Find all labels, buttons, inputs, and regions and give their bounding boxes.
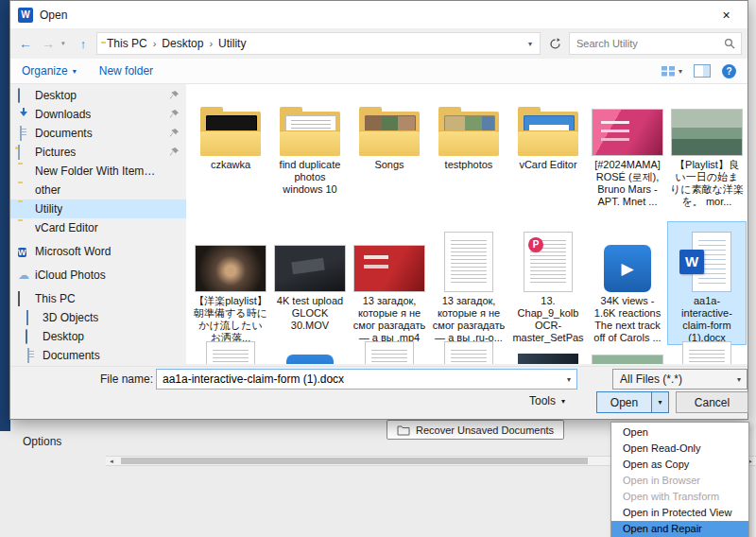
file-item[interactable] (192, 332, 269, 364)
video-thumbnail (592, 109, 663, 156)
folder-icon (280, 107, 340, 156)
file-name-combobox[interactable]: ▾ (156, 369, 577, 390)
pin-icon[interactable] (169, 128, 180, 138)
back-icon[interactable]: ← (16, 36, 35, 51)
dialog-title: Open (40, 9, 67, 22)
search-box[interactable] (569, 32, 742, 55)
breadcrumb-utility[interactable]: Utility (213, 37, 251, 50)
sidebar-item-this-pc[interactable]: This PC (10, 289, 186, 308)
pin-icon[interactable] (169, 147, 180, 157)
pin-icon[interactable] (169, 90, 180, 100)
sidebar-item-pictures[interactable]: Pictures (10, 143, 186, 162)
dialog-title-bar: W Open × (10, 1, 747, 28)
sidebar-item-documents[interactable]: Documents (10, 124, 186, 143)
organize-button[interactable]: Organize ▾ (22, 64, 77, 78)
open-dropdown-icon[interactable]: ▾ (652, 392, 668, 412)
menu-item-open-and-repair[interactable]: Open and Repair (611, 521, 748, 537)
file-type-select[interactable]: All Files (*.*) ▾ (612, 369, 747, 390)
file-name-input[interactable] (157, 372, 561, 386)
search-input[interactable] (570, 38, 718, 49)
tools-button[interactable]: Tools ▾ (529, 394, 565, 407)
sidebar-item-3d-objects[interactable]: 3D Objects (10, 308, 186, 327)
file-item[interactable]: ▶ 34K views - 1.6K reactions The next tr… (589, 222, 666, 344)
file-item[interactable] (668, 332, 746, 364)
file-name-label: File name: (100, 372, 153, 386)
file-item[interactable]: 【洋楽playlist】朝準備する時にかけ流したいお洒落... (192, 222, 269, 344)
file-item[interactable]: find duplicate photos windows 10 (271, 86, 349, 196)
p-logo-icon: P (528, 237, 543, 252)
open-split-button[interactable]: Open ▾ (596, 391, 669, 413)
file-item[interactable]: [#2024MAMA] ROSÉ (로제), Bruno Mars - APT.… (589, 86, 666, 208)
dialog-buttons-row: Tools ▾ Open ▾ Cancel (10, 390, 747, 417)
view-options-button[interactable]: ▾ (662, 65, 682, 78)
open-dialog: W Open × ← → ▾ ↑ This PC › Desktop › Uti… (9, 0, 748, 420)
menu-item-open-as-copy[interactable]: Open as Copy (611, 457, 748, 473)
backstage-options-link[interactable]: Options (23, 435, 61, 448)
video-filmstrip-thumbnail (515, 354, 581, 364)
refresh-icon[interactable] (544, 32, 565, 55)
file-item[interactable] (509, 332, 587, 364)
file-item[interactable]: P 13. Chap_9_kolb OCR-master_SetPassword… (509, 222, 587, 345)
folder-icon (438, 107, 499, 156)
document-thumbnail: P (524, 232, 573, 292)
new-folder-button[interactable]: New folder (99, 64, 153, 78)
media-player-icon: ▶ (604, 245, 651, 292)
file-item-selected[interactable]: W aa1a-interactive-claim-form (1).docx (668, 222, 746, 344)
sidebar-item-microsoft-word[interactable]: W Microsoft Word (10, 242, 186, 261)
file-item[interactable]: testphotos (430, 86, 507, 171)
help-icon[interactable]: ? (722, 64, 736, 78)
chevron-down-icon[interactable]: ▾ (561, 375, 576, 384)
menu-item-open-read-only[interactable]: Open Read-Only (611, 441, 748, 457)
file-item[interactable]: 13 загадок, которые я не смог разгадать … (351, 222, 428, 344)
menu-item-open-with-transform: Open with Transform (611, 489, 748, 505)
scroll-left-icon[interactable]: ◄ (106, 457, 117, 465)
breadcrumb[interactable]: This PC › Desktop › Utility ▾ (96, 32, 541, 55)
recover-unsaved-documents-button[interactable]: Recover Unsaved Documents (387, 420, 564, 440)
word-document-icon: W (679, 232, 734, 292)
file-item[interactable] (430, 332, 507, 364)
open-button[interactable]: Open (597, 392, 651, 412)
preview-pane-icon[interactable] (694, 64, 711, 78)
file-item[interactable]: 13 загадок, которые я не смог разгадать … (430, 222, 507, 344)
video-thumbnail (592, 355, 663, 364)
address-dropdown-icon[interactable]: ▾ (524, 40, 536, 48)
file-item[interactable]: Songs (351, 86, 428, 171)
sidebar-item-utility[interactable]: Utility (10, 199, 186, 218)
documents-icon (18, 127, 31, 140)
cloud-icon: ☁ (18, 268, 31, 282)
file-item[interactable] (589, 332, 666, 364)
breadcrumb-this-pc[interactable]: This PC (101, 37, 153, 50)
pin-icon[interactable] (169, 109, 180, 119)
folder-icon (18, 202, 31, 216)
sidebar-item-documents-2[interactable]: Documents (10, 346, 186, 364)
file-name-row: File name: ▾ All Files (*.*) ▾ (10, 366, 747, 391)
scrollbar-thumb[interactable] (121, 458, 588, 464)
sidebar-item-other[interactable]: other (10, 181, 186, 199)
file-item[interactable]: vCard Editor (509, 86, 587, 171)
file-item[interactable]: ▶ (271, 332, 349, 364)
file-item[interactable]: 【Playlist】良い一日の始まりに素敵な洋楽を。 mor... (668, 86, 746, 208)
file-item[interactable] (351, 332, 428, 364)
sidebar-item-icloud-photos[interactable]: ☁ iCloud Photos (10, 266, 186, 285)
cancel-button[interactable]: Cancel (676, 391, 748, 413)
sidebar-item-vcard-editor[interactable]: vCard Editor (10, 218, 186, 237)
screen: Options Recover Unsaved Documents ◄ ► W … (0, 0, 756, 537)
sidebar-item-desktop-2[interactable]: Desktop (10, 327, 186, 346)
menu-item-open[interactable]: Open (611, 424, 748, 441)
menu-item-open-in-protected-view[interactable]: Open in Protected View (611, 505, 748, 521)
play-icon: ▶ (621, 259, 633, 279)
navigation-bar: ← → ▾ ↑ This PC › Desktop › Utility ▾ (10, 28, 747, 59)
sidebar-item-new-folder-with-items[interactable]: New Folder With Items(1) (10, 162, 186, 181)
file-item[interactable]: czkawka (192, 86, 269, 171)
thumbnails-icon (662, 65, 676, 78)
dialog-body: Desktop Downloads Documents Pictures (10, 84, 747, 364)
file-type-value: All Files (*.*) (613, 372, 731, 386)
up-icon[interactable]: ↑ (74, 37, 93, 51)
command-bar: Organize ▾ New folder ▾ ? (10, 59, 747, 84)
file-item[interactable]: 4K test upload GLOCK 30.MOV (271, 222, 349, 332)
breadcrumb-desktop[interactable]: Desktop (156, 37, 209, 50)
sidebar-item-downloads[interactable]: Downloads (10, 105, 186, 124)
close-icon[interactable]: × (705, 1, 747, 28)
sidebar-item-desktop[interactable]: Desktop (10, 86, 186, 105)
history-dropdown-icon[interactable]: ▾ (61, 40, 70, 47)
